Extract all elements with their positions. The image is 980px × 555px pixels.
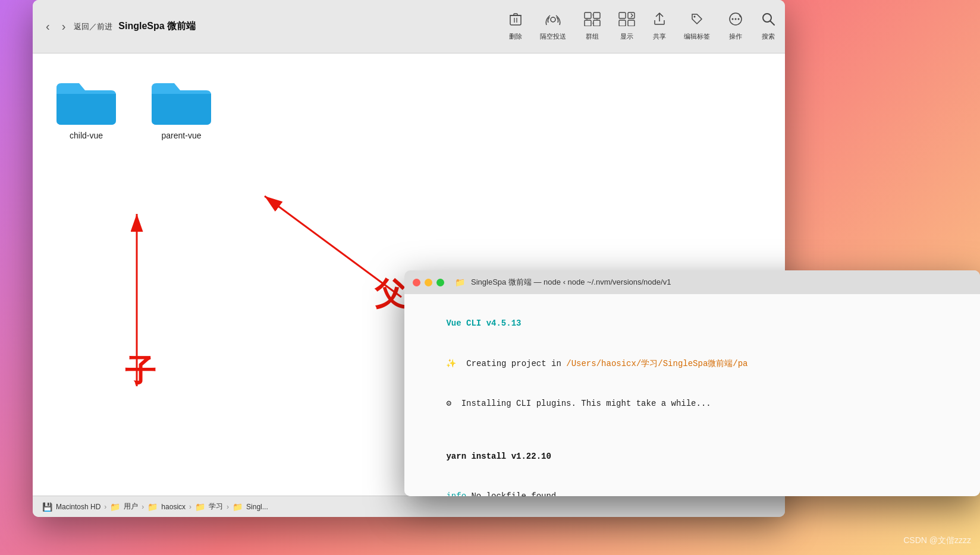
terminal-line-info: info No lockfile found. xyxy=(416,477,968,496)
info-label: info xyxy=(446,491,466,496)
group-icon xyxy=(584,12,601,30)
terminal-title: SingleSpa 微前端 — node ‹ node ~/.nvm/versi… xyxy=(471,277,671,288)
breadcrumb-singl[interactable]: 📁 Singl... xyxy=(233,502,268,512)
svg-point-17 xyxy=(737,18,739,20)
traffic-light-close[interactable] xyxy=(413,279,420,286)
search-icon xyxy=(761,12,775,30)
study-folder-icon: 📁 xyxy=(195,502,205,512)
terminal-line-1: Vue CLI v4.5.13 xyxy=(416,304,968,343)
users-folder-icon: 📁 xyxy=(110,502,120,512)
breadcrumb-users-text: 用户 xyxy=(124,502,138,512)
actions-icon xyxy=(728,12,743,30)
annotation-child: 子 xyxy=(125,351,156,392)
terminal-window: 📁 SingleSpa 微前端 — node ‹ node ~/.nvm/ver… xyxy=(404,270,980,496)
svg-rect-8 xyxy=(593,20,600,26)
actions-label: 操作 xyxy=(729,32,742,41)
svg-rect-6 xyxy=(593,12,600,18)
breadcrumb-macintosh[interactable]: 💾 Macintosh HD xyxy=(42,502,100,512)
toolbar-display[interactable]: 显示 xyxy=(618,12,635,41)
svg-rect-5 xyxy=(585,12,591,18)
folder-child-vue-icon xyxy=(56,77,116,125)
breadcrumb-haosicx[interactable]: 📁 haosicx xyxy=(147,502,186,512)
delete-label: 删除 xyxy=(509,32,522,41)
delete-icon xyxy=(509,12,522,30)
svg-rect-9 xyxy=(619,12,626,18)
status-bar: 💾 Macintosh HD › 📁 用户 › 📁 haosicx › 📁 学习… xyxy=(33,496,785,517)
toolbar-airdrop[interactable]: 隔空投送 xyxy=(540,12,566,41)
forward-button[interactable]: › xyxy=(58,17,70,36)
back-button[interactable]: ‹ xyxy=(42,17,54,36)
annotation-father: 父 xyxy=(375,273,406,315)
folder-child-vue-name: child-vue xyxy=(70,131,103,140)
finder-toolbar: ‹ › 返回／前进 SingleSpa 微前端 xyxy=(33,0,785,53)
toolbar-share[interactable]: 共享 xyxy=(653,12,666,41)
folder-child-vue[interactable]: child-vue xyxy=(56,77,116,140)
terminal-line-empty xyxy=(416,424,968,437)
terminal-titlebar: 📁 SingleSpa 微前端 — node ‹ node ~/.nvm/ver… xyxy=(404,270,980,294)
nav-buttons: ‹ › 返回／前进 xyxy=(42,17,112,36)
display-icon xyxy=(618,12,635,30)
breadcrumb-study[interactable]: 📁 学习 xyxy=(195,502,223,512)
terminal-line-2: ✨ Creating project in /Users/haosicx/学习/… xyxy=(416,343,968,383)
terminal-folder-icon: 📁 xyxy=(455,278,465,287)
watermark: CSDN @文偕zzzz xyxy=(903,535,971,546)
folder-list: child-vue parent-vue xyxy=(56,77,761,140)
macintosh-icon: 💾 xyxy=(42,502,52,512)
airdrop-label: 隔空投送 xyxy=(540,32,566,41)
svg-point-16 xyxy=(734,18,736,20)
breadcrumb-macintosh-text: Macintosh HD xyxy=(56,503,100,511)
folder-parent-vue-name: parent-vue xyxy=(162,131,202,140)
svg-line-19 xyxy=(770,21,774,26)
singl-folder-icon: 📁 xyxy=(233,502,243,512)
edit-tags-icon xyxy=(690,12,704,30)
terminal-line-3: ⚙️ Installing CLI plugins. This might ta… xyxy=(416,383,968,423)
toolbar-actions[interactable]: 操作 xyxy=(728,12,743,41)
creating-path: /Users/haosicx/学习/SingleSpa微前端/pa xyxy=(566,359,747,368)
folder-parent-vue-icon xyxy=(152,77,211,125)
breadcrumb-haosicx-text: haosicx xyxy=(161,503,186,511)
edit-tags-label: 编辑标签 xyxy=(684,32,710,41)
window-title: SingleSpa 微前端 xyxy=(118,20,196,33)
breadcrumb-sep-1: › xyxy=(104,503,106,511)
terminal-line-yarn: yarn install v1.22.10 xyxy=(416,437,968,477)
share-label: 共享 xyxy=(653,32,666,41)
breadcrumb-study-text: 学习 xyxy=(209,502,223,512)
share-icon xyxy=(653,12,666,30)
search-label: 搜索 xyxy=(762,32,775,41)
folder-parent-vue[interactable]: parent-vue xyxy=(152,77,211,140)
display-label: 显示 xyxy=(620,32,633,41)
breadcrumb-sep-3: › xyxy=(189,503,191,511)
traffic-light-maximize[interactable] xyxy=(436,279,444,286)
breadcrumb-users[interactable]: 📁 用户 xyxy=(110,502,138,512)
toolbar-delete[interactable]: 删除 xyxy=(509,12,522,41)
creating-prefix: ✨ Creating project in xyxy=(446,359,566,368)
yarn-install-label: yarn install v1.22.10 xyxy=(446,452,551,461)
breadcrumb-sep-2: › xyxy=(142,503,144,511)
breadcrumb-sep-4: › xyxy=(227,503,229,511)
vue-cli-label: Vue CLI v4.5.13 xyxy=(446,319,521,328)
breadcrumb-singl-text: Singl... xyxy=(246,503,268,511)
terminal-content[interactable]: Vue CLI v4.5.13 ✨ Creating project in /U… xyxy=(404,294,980,496)
svg-rect-11 xyxy=(619,20,626,26)
svg-rect-12 xyxy=(628,20,635,26)
svg-rect-0 xyxy=(510,15,521,25)
svg-point-15 xyxy=(731,18,733,20)
installing-label: ⚙️ Installing CLI plugins. This might ta… xyxy=(446,399,711,408)
group-label: 群组 xyxy=(586,32,599,41)
svg-point-4 xyxy=(551,17,555,22)
toolbar-group[interactable]: 群组 xyxy=(584,12,601,41)
haosicx-folder-icon: 📁 xyxy=(147,502,158,512)
toolbar-search[interactable]: 搜索 xyxy=(761,12,775,41)
nav-label: 返回／前进 xyxy=(74,21,112,32)
svg-rect-10 xyxy=(628,12,635,18)
airdrop-icon xyxy=(545,12,561,30)
traffic-lights xyxy=(413,279,444,286)
traffic-light-minimize[interactable] xyxy=(425,279,432,286)
svg-rect-7 xyxy=(585,20,591,26)
toolbar-edit-tags[interactable]: 编辑标签 xyxy=(684,12,710,41)
svg-point-13 xyxy=(693,16,695,18)
no-lockfile-label: No lockfile found. xyxy=(466,491,561,496)
